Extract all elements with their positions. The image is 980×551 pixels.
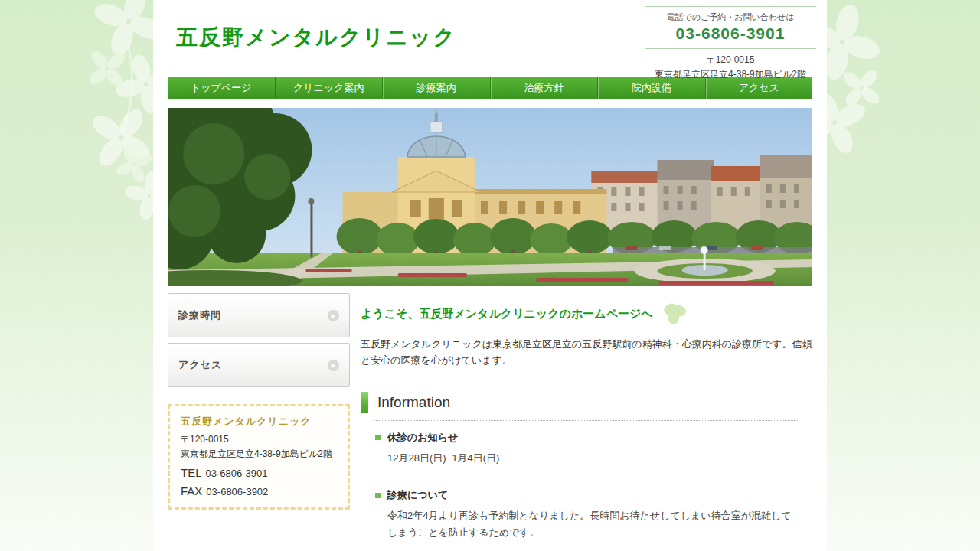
intro-paragraph: 五反野メンタルクリニックは東京都足立区足立の五反野駅前の精神科・心療内科の診療所…: [361, 336, 812, 369]
header-postal-code: 〒120-0015: [645, 54, 816, 67]
bullet-square-icon: [375, 493, 381, 498]
info-item-consultation: 診療について 令和2年4月より再診も予約制となりました。長時間お待たせしてしまい…: [374, 478, 799, 551]
header-address: 東京都足立区足立4-38-9加島ビル2階: [645, 68, 816, 81]
info-item-body: 12月28日(日)−1月4日(日): [387, 450, 798, 466]
nav-item-clinic-guide[interactable]: クリニック案内: [275, 77, 383, 99]
clinic-card-name: 五反野メンタルクリニック: [181, 415, 337, 429]
information-title: Information: [377, 394, 450, 410]
page-container: 五反野メンタルクリニック 電話でのご予約・お問い合わせは 03-6806-390…: [153, 0, 827, 551]
info-item-heading-text: 診療について: [387, 488, 448, 502]
nav-item-top[interactable]: トップページ: [168, 77, 275, 99]
clinic-card-fax: FAX03-6806-3902: [181, 484, 337, 497]
information-header: Information: [361, 383, 812, 420]
phone-block: 電話でのご予約・お問い合わせは 03-6806-3901: [645, 6, 816, 49]
info-item-body: 令和2年4月より再診も予約制となりました。長時間お待たせしてしまい待合室が混雑し…: [387, 507, 798, 540]
info-item-holiday-notice: 休診のお知らせ 12月28日(日)−1月4日(日): [374, 420, 799, 478]
sidebar-item-hours[interactable]: 診療時間 ▶: [168, 293, 350, 337]
phone-intro-label: 電話でのご予約・お問い合わせは: [645, 11, 816, 23]
site-header: 五反野メンタルクリニック 電話でのご予約・お問い合わせは 03-6806-390…: [153, 0, 827, 77]
clinic-card-address: 東京都足立区足立4-38-9加島ビル2階: [181, 447, 337, 461]
nav-item-medical-info[interactable]: 診療案内: [382, 77, 490, 99]
arrow-circle-icon: ▶: [328, 310, 339, 321]
clinic-card-postal: 〒120-0015: [181, 432, 337, 447]
fax-label: FAX: [181, 484, 202, 497]
header-contact-block: 電話でのご予約・お問い合わせは 03-6806-3901 〒120-0015 東…: [645, 6, 816, 81]
arrow-circle-icon: ▶: [328, 360, 339, 371]
information-list: 休診のお知らせ 12月28日(日)−1月4日(日) 診療について 令和2年4月よ…: [361, 420, 812, 551]
welcome-heading-row: ようこそ、五反野メンタルクリニックのホームページへ: [361, 303, 812, 324]
main-column: ようこそ、五反野メンタルクリニックのホームページへ 五反野メンタルクリニックは東…: [361, 293, 812, 551]
info-item-heading-text: 休診のお知らせ: [387, 431, 458, 445]
tel-label: TEL: [181, 466, 202, 479]
content-area: 診療時間 ▶ アクセス ▶ 五反野メンタルクリニック 〒120-0015 東京都…: [168, 293, 812, 551]
phone-number: 03-6806-3901: [645, 24, 816, 43]
information-box: Information 休診のお知らせ 12月28日(日)−1月4日(日): [361, 383, 812, 551]
sidebar-item-access[interactable]: アクセス ▶: [168, 343, 350, 387]
clinic-info-card: 五反野メンタルクリニック 〒120-0015 東京都足立区足立4-38-9加島ビ…: [168, 404, 350, 510]
hero-park-photo: [168, 108, 812, 286]
welcome-heading: ようこそ、五反野メンタルクリニックのホームページへ: [361, 307, 653, 321]
fax-number: 03-6806-3902: [206, 486, 268, 497]
bullet-square-icon: [375, 435, 381, 440]
nav-item-treatment-policy[interactable]: 治療方針: [490, 77, 598, 99]
leaf-icon: [661, 303, 687, 324]
sidebar-item-access-label: アクセス: [178, 358, 222, 372]
tel-number: 03-6806-3901: [206, 468, 268, 479]
green-bar-icon: [361, 392, 368, 413]
sidebar-item-hours-label: 診療時間: [178, 308, 221, 322]
info-item-heading: 診療について: [375, 488, 798, 502]
sidebar: 診療時間 ▶ アクセス ▶ 五反野メンタルクリニック 〒120-0015 東京都…: [168, 293, 350, 551]
info-item-heading: 休診のお知らせ: [375, 431, 798, 445]
site-title[interactable]: 五反野メンタルクリニック: [176, 23, 456, 52]
clinic-card-tel: TEL03-6806-3901: [181, 466, 337, 479]
